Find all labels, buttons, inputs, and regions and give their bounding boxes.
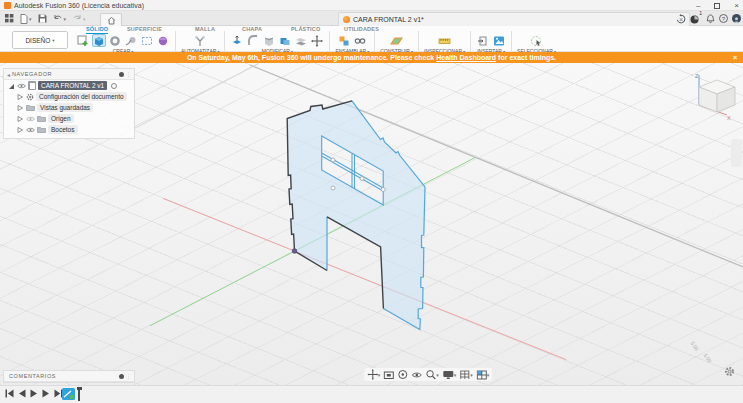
- expand-caret-icon[interactable]: [16, 104, 24, 112]
- origin-point[interactable]: [292, 249, 297, 254]
- panel-options-icon[interactable]: [119, 72, 124, 77]
- collapse-panel-icon[interactable]: ◂: [7, 71, 10, 78]
- fillet-button[interactable]: [246, 34, 260, 47]
- fit-button[interactable]: [383, 370, 394, 380]
- form-button[interactable]: [156, 34, 170, 47]
- script-button[interactable]: [193, 34, 207, 47]
- health-dashboard-link[interactable]: Health Dashboard: [436, 54, 496, 61]
- offset-icon: [295, 35, 307, 47]
- step-back-button[interactable]: [18, 389, 26, 398]
- undo-button[interactable]: ▾: [53, 14, 67, 23]
- tab-malla[interactable]: MALLA: [195, 26, 215, 32]
- browser-item-saved-views[interactable]: Vistas guardadas: [4, 102, 134, 113]
- document-tab[interactable]: CARA FRONTAL 2 v1* ×: [338, 12, 690, 26]
- collapsed-panel-handle[interactable]: [731, 139, 742, 167]
- sketch-profile-face[interactable]: [287, 101, 425, 330]
- expand-caret-icon[interactable]: [16, 93, 24, 101]
- select-button[interactable]: [530, 34, 544, 47]
- expand-caret-icon[interactable]: [7, 82, 15, 90]
- preferences-gear-button[interactable]: [724, 363, 735, 381]
- insert-derive-button[interactable]: [476, 34, 490, 47]
- banner-close-icon[interactable]: ×: [733, 54, 737, 61]
- revolve-button[interactable]: [108, 34, 122, 47]
- canvas-button[interactable]: [492, 34, 506, 47]
- display-settings-button[interactable]: ▾: [442, 370, 457, 380]
- viewcube[interactable]: Z X: [687, 69, 739, 131]
- redo-button[interactable]: ▾: [72, 14, 86, 23]
- sketch-point[interactable]: [331, 186, 335, 190]
- comments-header[interactable]: COMENTARIOS ⋮: [4, 371, 134, 382]
- save-button[interactable]: [38, 14, 47, 23]
- extrude-button[interactable]: [92, 34, 106, 47]
- sweep-button[interactable]: [124, 34, 138, 47]
- browser-item-doc-settings[interactable]: Configuración del documento: [4, 91, 134, 102]
- browser-root-row[interactable]: CARA FRONTAL 2 v1: [4, 80, 134, 91]
- panel-menu-icon[interactable]: ⋮: [126, 373, 131, 379]
- folder-icon: [37, 115, 46, 122]
- browser-header[interactable]: ◂ NAVEGADOR ⋮: [4, 69, 134, 80]
- group-automatizar: AUTOMATIZAR▾: [181, 34, 219, 54]
- eye-icon[interactable]: [17, 83, 26, 89]
- browser-item-sketches[interactable]: Bocetos: [4, 124, 134, 135]
- job-status-button[interactable]: 1: [690, 10, 702, 28]
- viewcube-cube[interactable]: [699, 80, 735, 112]
- help-button[interactable]: ?: [719, 14, 728, 23]
- shell-button[interactable]: [262, 34, 276, 47]
- 3d-viewport[interactable]: ◂ NAVEGADOR ⋮ CARA FRONTAL 2 v1 Configur…: [0, 63, 743, 385]
- joint-icon: [354, 35, 366, 47]
- viewports-button[interactable]: ▾: [476, 370, 490, 380]
- expand-caret-icon[interactable]: [16, 115, 24, 123]
- go-to-start-button[interactable]: [5, 389, 14, 398]
- browser-title: NAVEGADOR: [12, 71, 119, 77]
- sketch-point[interactable]: [360, 177, 364, 181]
- tab-solido[interactable]: SÓLIDO: [86, 26, 108, 34]
- zoom-window-button[interactable]: ▾: [425, 369, 439, 380]
- play-button[interactable]: [30, 389, 38, 398]
- timeline-sketch-feature[interactable]: [62, 388, 75, 400]
- step-forward-button[interactable]: [42, 389, 50, 398]
- expand-caret-icon[interactable]: [16, 126, 24, 134]
- grid-icon: [5, 14, 14, 23]
- eye-icon[interactable]: [26, 116, 35, 122]
- user-avatar[interactable]: [732, 14, 741, 23]
- pattern-button[interactable]: [140, 34, 154, 47]
- look-at-icon: [411, 370, 422, 380]
- combine-button[interactable]: [278, 34, 292, 47]
- window-title: Autodesk Fusion 360 (Licencia educativa): [14, 2, 144, 9]
- move-copy-button[interactable]: [310, 34, 324, 47]
- job-count-badge: 1: [699, 10, 702, 16]
- notifications-button[interactable]: [706, 10, 715, 28]
- active-document-radio[interactable]: [111, 83, 117, 89]
- extensions-button[interactable]: [676, 10, 686, 28]
- sketch-point[interactable]: [381, 188, 385, 192]
- home-tab[interactable]: [100, 13, 122, 26]
- data-panel-button[interactable]: [5, 14, 14, 23]
- tab-superficie[interactable]: SUPERFICIE: [127, 26, 162, 32]
- offset-face-button[interactable]: [294, 34, 308, 47]
- browser-item-origin[interactable]: Origen: [4, 113, 134, 124]
- eye-icon[interactable]: [26, 127, 35, 133]
- pan-button[interactable]: ▾: [367, 369, 381, 380]
- construction-plane-button[interactable]: [390, 34, 404, 47]
- tab-utilidades[interactable]: UTILIDADES: [344, 26, 379, 32]
- press-pull-button[interactable]: [230, 34, 244, 47]
- look-at-button[interactable]: [411, 370, 422, 380]
- tab-plastico[interactable]: PLÁSTICO: [291, 26, 320, 32]
- sketch-point[interactable]: [331, 158, 335, 162]
- joint-button[interactable]: [353, 34, 367, 47]
- browser-item-label: Origen: [48, 114, 74, 123]
- orbit-button[interactable]: [397, 369, 408, 380]
- panel-menu-icon[interactable]: ⋮: [126, 71, 131, 77]
- new-component-button[interactable]: [337, 34, 351, 47]
- window-close-button[interactable]: ×: [734, 0, 739, 11]
- timeline-position-marker[interactable]: [78, 387, 80, 401]
- maximize-button[interactable]: [714, 3, 720, 9]
- panel-options-icon[interactable]: [119, 374, 124, 379]
- create-sketch-button[interactable]: [76, 34, 90, 47]
- redo-icon: [72, 14, 82, 23]
- measure-button[interactable]: [438, 34, 452, 47]
- grid-snaps-button[interactable]: ▾: [459, 370, 473, 380]
- file-menu-button[interactable]: ▾: [20, 14, 32, 24]
- undo-icon: [53, 14, 63, 23]
- tab-chapa[interactable]: CHAPA: [242, 26, 262, 32]
